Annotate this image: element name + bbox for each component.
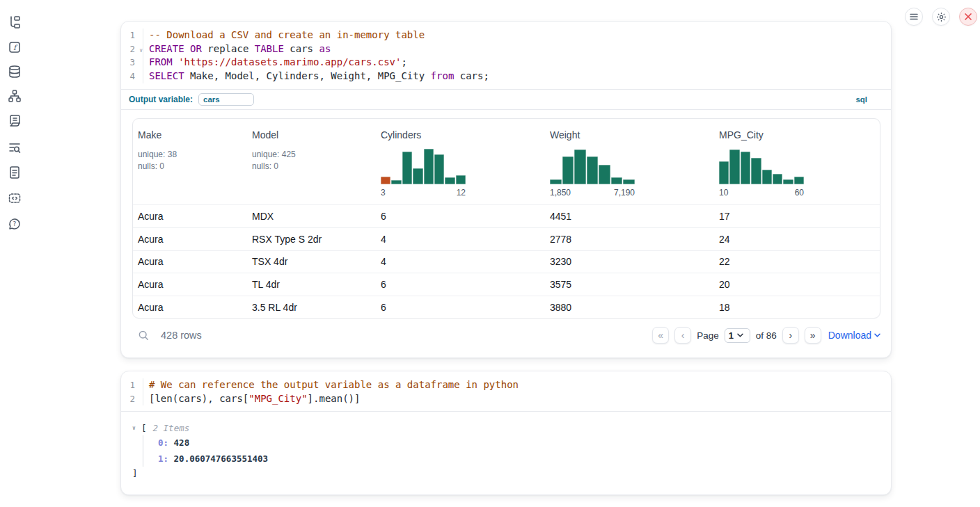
table-cell: 6 [376,279,545,290]
table-cell: 4 [376,234,545,245]
histogram-bar [719,161,729,184]
nulls-count: nulls: 0 [138,161,243,172]
histogram-bar [623,179,635,184]
code-token: as [319,43,331,54]
code-token: # We can reference the output variable a… [149,379,519,390]
download-button[interactable]: Download [828,330,880,341]
document-icon[interactable] [8,166,22,179]
table-row[interactable]: AcuraTSX 4dr4323022 [133,250,880,273]
histogram-bar [611,177,623,184]
svg-text:?: ? [13,220,17,227]
histogram-bar [783,179,793,184]
column-header-weight[interactable]: Weight 1,850 7,190 [545,119,714,204]
code-snippet-icon[interactable] [8,191,22,205]
code-token: OR [190,43,202,54]
logs-scroll-icon[interactable] [8,113,22,127]
column-header-cylinders[interactable]: Cylinders 3 12 [376,119,545,204]
line-number: 4 [121,70,143,83]
list-search-icon[interactable] [8,140,22,154]
next-page-button[interactable]: › [782,327,799,344]
histogram-bar [773,174,782,184]
sidebar: f [0,0,29,507]
histogram-bar [550,179,562,184]
code-line[interactable]: 4SELECT Make, Model, Cylinders, Weight, … [121,70,891,83]
table-cell: 17 [714,211,880,222]
help-chat-icon[interactable]: ? [8,217,22,231]
python-code-editor[interactable]: 1# We can reference the output variable … [121,371,891,411]
histogram-bar [794,177,804,184]
table-cell: 3575 [545,279,714,290]
table-cell: 22 [714,256,880,267]
svg-text:f: f [13,44,18,51]
column-header-model[interactable]: Model unique: 425 nulls: 0 [247,119,376,204]
line-number: 1 [121,378,143,392]
column-header-mpg-city[interactable]: MPG_City 10 60 [714,119,880,204]
code-text: CREATE OR replace TABLE cars as [143,42,331,56]
histogram-bar [391,180,401,184]
close-button[interactable] [959,8,977,26]
code-text: -- Download a CSV and create an in-memor… [143,29,425,42]
gear-icon [936,12,947,22]
code-token: [len(cars), cars[ [149,393,248,404]
output-variable-input[interactable] [198,93,254,106]
histogram-bar [445,177,455,184]
table-cell: 20 [714,279,880,290]
histogram-bar [574,150,586,184]
histogram-cylinders: 3 12 [381,146,466,198]
table-cell: 3.5 RL 4dr [247,302,376,313]
hist-min-label: 1,850 [550,188,571,198]
file-tree-icon[interactable] [8,15,22,29]
table-row[interactable]: AcuraTL 4dr6357520 [133,273,880,296]
python-output: ∨ [ 2 Items 0: 4281: 20.060747663551403 … [121,412,891,480]
items-count-label: 2 Items [153,423,190,433]
table-row[interactable]: Acura3.5 RL 4dr6388018 [133,296,880,319]
histogram-bar [599,165,610,184]
collapse-chevron-icon[interactable]: ∨ [132,425,141,431]
chevron-down-icon [874,333,880,337]
table-cell: 6 [376,211,545,222]
output-list-header: ∨ [ 2 Items [132,421,891,435]
item-index: 1: [158,453,168,464]
table-row[interactable]: AcuraRSX Type S 2dr4277824 [133,227,880,250]
code-line[interactable]: 2∨CREATE OR replace TABLE cars as [121,42,891,56]
column-header-make[interactable]: Make unique: 38 nulls: 0 [133,119,247,204]
open-bracket: [ [141,423,147,433]
code-line[interactable]: 1# We can reference the output variable … [121,378,891,392]
histogram-bar [587,156,599,184]
settings-button[interactable] [932,8,950,26]
database-icon[interactable] [8,65,22,79]
code-line[interactable]: 1-- Download a CSV and create an in-memo… [121,29,891,42]
code-token: from [431,70,455,81]
menu-button[interactable] [905,8,923,26]
function-icon[interactable]: f [8,40,22,54]
column-label: MPG_City [719,129,876,140]
table-cell: 4 [376,256,545,267]
histogram-bar [413,168,422,184]
output-list-item: 0: 428 [158,435,891,451]
sql-code-editor[interactable]: 1-- Download a CSV and create an in-memo… [121,22,891,89]
prev-page-button[interactable]: ‹ [674,327,691,344]
column-label: Model [252,129,372,140]
search-button[interactable] [138,330,150,341]
hist-max-label: 12 [457,188,466,198]
histogram-mpg-city: 10 60 [719,146,804,198]
table-cell: 18 [714,302,880,313]
page-select[interactable]: 1 [725,328,750,343]
table-row[interactable]: AcuraMDX6445117 [133,204,880,227]
first-page-button[interactable]: « [652,327,669,344]
code-token: Make, Model, Cylinders, Weight, MPG_City [184,70,431,81]
code-line[interactable]: 2[len(cars), cars["MPG_City"].mean()] [121,392,891,406]
line-number: 3 [121,56,143,70]
code-token: SELECT [149,70,184,81]
column-label: Weight [550,129,710,140]
dependency-graph-icon[interactable] [8,89,22,103]
divider [121,109,891,110]
table-cell: TSX 4dr [247,256,376,267]
code-token: CREATE [149,43,184,54]
histogram-weight: 1,850 7,190 [550,146,635,198]
data-table: Make unique: 38 nulls: 0 Model unique: 4… [132,118,880,319]
last-page-button[interactable]: » [805,327,821,344]
code-line[interactable]: 3FROM 'https://datasets.marimo.app/cars.… [121,56,891,70]
table-cell: 6 [376,302,545,313]
histogram-bar [402,152,412,184]
